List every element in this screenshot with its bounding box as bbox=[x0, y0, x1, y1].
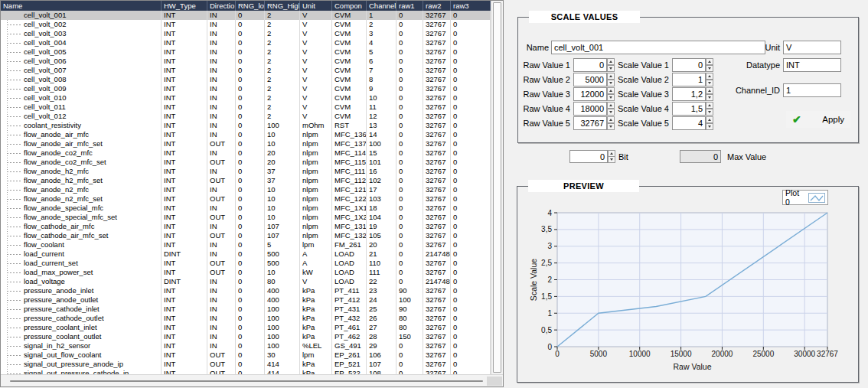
table-row[interactable]: cell_volt_010INTIN02VCVM100327670 bbox=[1, 93, 491, 103]
table-row[interactable]: load_max_power_setINTOUT010kWLOAD1110327… bbox=[1, 268, 491, 277]
raw-value-4-field[interactable]: 18000 bbox=[573, 102, 607, 116]
column-header-compon[interactable]: Compon bbox=[332, 1, 367, 11]
table-row[interactable]: cell_volt_011INTIN02VCVM110327670 bbox=[1, 103, 491, 112]
row-cell: 24 bbox=[367, 295, 396, 305]
scale-value-2-spin-down[interactable] bbox=[706, 80, 713, 86]
column-header-hw_type[interactable]: HW_Type bbox=[162, 1, 207, 11]
table-row[interactable]: cell_volt_008INTIN02VCVM80327670 bbox=[1, 75, 491, 84]
table-row[interactable]: flow_anode_h2_mfc_setINTOUT037nlpmMFC_11… bbox=[1, 176, 491, 185]
row-cell: nlpm bbox=[300, 185, 332, 194]
row-cell: V bbox=[300, 277, 332, 286]
scale-value-3-spin-up[interactable] bbox=[706, 87, 713, 94]
table-row[interactable]: pressure_cathode_inletINTIN0100kPaPT_431… bbox=[1, 305, 491, 314]
table-row[interactable]: pressure_anode_outletINTIN0400kPaPT_4122… bbox=[1, 295, 491, 305]
table-row[interactable]: cell_volt_009INTIN02VCVM90327670 bbox=[1, 84, 491, 93]
channel-id-field[interactable]: 1 bbox=[783, 83, 841, 97]
column-header-raw3[interactable]: raw3 bbox=[451, 1, 491, 11]
raw-value-5-field[interactable]: 32767 bbox=[573, 116, 607, 130]
column-header-rng_low[interactable]: RNG_low bbox=[236, 1, 265, 11]
apply-button[interactable]: ✔ Apply bbox=[786, 111, 850, 128]
column-header-rng_higl[interactable]: RNG_Higl bbox=[265, 1, 300, 11]
column-header-unit[interactable]: Unit bbox=[300, 1, 332, 11]
table-row[interactable]: load_current_setINTOUT0500ALOAD110032767… bbox=[1, 259, 491, 268]
column-header-name[interactable]: Name bbox=[1, 1, 162, 11]
row-cell: INT bbox=[162, 204, 207, 213]
row-cell: 0 bbox=[236, 249, 265, 259]
row-cell: V bbox=[300, 11, 332, 20]
table-row[interactable]: cell_volt_001INTIN02VCVM10327670 bbox=[1, 11, 491, 20]
table-row[interactable]: flow_cathode_air_mfcINTIN0107nlpmMFC_131… bbox=[1, 222, 491, 231]
scale-value-5-spin-up[interactable] bbox=[706, 116, 713, 123]
table-row[interactable]: flow_anode_air_mfcINTIN010nlpmMFC_136140… bbox=[1, 130, 491, 139]
row-cell: IN bbox=[207, 185, 236, 194]
column-header-channel_[interactable]: Channel_ bbox=[367, 1, 396, 11]
column-header-directio[interactable]: Directio bbox=[207, 1, 236, 11]
table-row[interactable]: flow_anode_co2_mfcINTIN020nlpmMFC_114150… bbox=[1, 148, 491, 158]
vertical-scrollbar[interactable] bbox=[491, 1, 503, 375]
table-row[interactable]: flow_coolantINTIN05lpmFM_261200327670 bbox=[1, 240, 491, 249]
scale-value-3-field[interactable]: 1,2 bbox=[672, 87, 706, 101]
table-row[interactable]: cell_volt_006INTIN02VCVM60327670 bbox=[1, 57, 491, 66]
table-row[interactable]: pressure_coolant_inletINTIN0100kPaPT_461… bbox=[1, 323, 491, 332]
table-row[interactable]: signal_in_h2_sensorINTIN0100%LELGS_49129… bbox=[1, 341, 491, 351]
table-row[interactable]: cell_volt_004INTIN02VCVM40327670 bbox=[1, 38, 491, 47]
table-row[interactable]: flow_anode_air_mfc_setINTOUT010nlpmMFC_1… bbox=[1, 139, 491, 148]
raw-value-3-field[interactable]: 12000 bbox=[573, 87, 607, 101]
table-row[interactable]: coolant_resistivityINTIN0100mOhmRST13032… bbox=[1, 121, 491, 130]
row-cell: INT bbox=[162, 148, 207, 158]
row-cell: 2 bbox=[265, 38, 300, 47]
scale-value-4-spin-down[interactable] bbox=[706, 109, 713, 116]
unit-field[interactable]: V bbox=[783, 41, 841, 54]
table-row[interactable]: cell_volt_005INTIN02VCVM50327670 bbox=[1, 47, 491, 57]
table-row[interactable]: cell_volt_007INTIN02VCVM70327670 bbox=[1, 66, 491, 75]
datatype-field[interactable]: INT bbox=[783, 58, 841, 72]
horizontal-scrollbar[interactable] bbox=[1, 374, 503, 386]
max-value-label: Max Value bbox=[727, 152, 766, 161]
row-cell: INT bbox=[162, 75, 207, 84]
scale-value-2-field[interactable]: 1 bbox=[672, 73, 706, 86]
scale-value-1-spin-down[interactable] bbox=[706, 65, 713, 72]
table-row[interactable]: load_currentDINTIN0500ALOAD21021474830 bbox=[1, 249, 491, 259]
row-cell: 0 bbox=[236, 277, 265, 286]
row-cell: CVM bbox=[332, 112, 367, 121]
scale-value-2-spin-up[interactable] bbox=[706, 73, 713, 80]
horizontal-scrollbar-thumb[interactable] bbox=[10, 380, 483, 382]
bit-spin-down[interactable] bbox=[608, 156, 615, 163]
table-row[interactable]: flow_anode_n2_mfc_setINTOUT010nlpmMFC_12… bbox=[1, 194, 491, 204]
scale-value-1-field[interactable]: 0 bbox=[672, 58, 706, 72]
plot-legend[interactable]: Plot 0 bbox=[782, 190, 828, 205]
row-cell: 32767 bbox=[423, 204, 451, 213]
name-field[interactable]: cell_volt_001 bbox=[551, 41, 765, 54]
scale-value-5-field[interactable]: 4 bbox=[672, 116, 706, 130]
table-row[interactable]: load_voltageDINTIN080VLOAD22021474830 bbox=[1, 277, 491, 286]
scale-value-4-field[interactable]: 1,5 bbox=[672, 102, 706, 116]
table-row[interactable]: pressure_cathode_outletINTIN0100kPaPT_43… bbox=[1, 314, 491, 323]
column-header-raw1[interactable]: raw1 bbox=[396, 1, 423, 11]
bit-field[interactable]: 0 bbox=[569, 150, 608, 163]
table-row[interactable]: flow_anode_h2_mfcINTIN037nlpmMFC_1111603… bbox=[1, 167, 491, 176]
table-row[interactable]: flow_anode_special_mfc_setINTOUT010nlpmM… bbox=[1, 213, 491, 222]
table-row[interactable]: signal_out_pressure_anode_ipINTOUT0414kP… bbox=[1, 360, 491, 369]
raw-value-1-field[interactable]: 0 bbox=[573, 58, 607, 72]
table-row[interactable]: flow_cathode_air_mfc_setINTOUT0107nlpmMF… bbox=[1, 231, 491, 240]
table-row[interactable]: flow_anode_n2_mfcINTIN010nlpmMFC_1211703… bbox=[1, 185, 491, 194]
raw-value-2-field[interactable]: 5000 bbox=[573, 73, 607, 86]
column-header-raw2[interactable]: raw2 bbox=[423, 1, 451, 11]
scale-value-1-spin-up[interactable] bbox=[706, 58, 713, 65]
table-row[interactable]: flow_anode_co2_mfc_setINTOUT020nlpmMFC_1… bbox=[1, 158, 491, 167]
scale-value-3-spin-down[interactable] bbox=[706, 94, 713, 101]
row-cell: 0 bbox=[236, 167, 265, 176]
row-cell: IN bbox=[207, 277, 236, 286]
table-row[interactable]: pressure_anode_inletINTIN0400kPaPT_41123… bbox=[1, 286, 491, 295]
table-row[interactable]: flow_anode_special_mfcINTIN010nlpmMFC_1X… bbox=[1, 204, 491, 213]
scale-value-5-spin-down[interactable] bbox=[706, 123, 713, 130]
row-cell: 0 bbox=[236, 360, 265, 369]
vertical-scrollbar-thumb[interactable] bbox=[493, 2, 501, 373]
scale-value-4-spin-up[interactable] bbox=[706, 102, 713, 109]
table-row[interactable]: cell_volt_012INTIN02VCVM120327670 bbox=[1, 112, 491, 121]
table-row[interactable]: signal_out_flow_coolantINTOUT030lpmEP_26… bbox=[1, 351, 491, 360]
scale-value-5-label: Scale Value 5 bbox=[606, 119, 669, 128]
table-row[interactable]: pressure_coolant_outletINTIN0100kPaPT_46… bbox=[1, 332, 491, 341]
table-row[interactable]: cell_volt_003INTIN02VCVM30327670 bbox=[1, 29, 491, 38]
table-row[interactable]: cell_volt_002INTIN02VCVM20327670 bbox=[1, 20, 491, 29]
